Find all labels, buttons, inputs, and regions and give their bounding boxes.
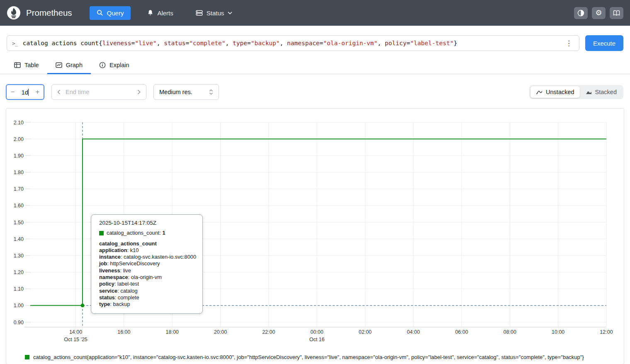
tooltip-label-row: service: catalog bbox=[99, 288, 197, 294]
unstacked-label: Unstacked bbox=[546, 89, 574, 95]
docs-button[interactable] bbox=[610, 7, 623, 19]
range-value[interactable]: 1d bbox=[19, 89, 32, 96]
tooltip-label-row: job: httpServiceDiscovery bbox=[99, 260, 197, 267]
svg-text:20:00: 20:00 bbox=[214, 329, 227, 335]
nav-query-button[interactable]: Query bbox=[90, 6, 131, 20]
svg-text:18:00: 18:00 bbox=[166, 329, 179, 335]
query-token: policy bbox=[385, 40, 406, 46]
stacked-button[interactable]: Stacked bbox=[580, 86, 622, 98]
svg-text:1.60: 1.60 bbox=[14, 203, 24, 209]
resolution-select[interactable]: Medium res. bbox=[153, 84, 219, 100]
query-row: >_ catalog_actions_count{liveness="live"… bbox=[7, 35, 623, 51]
chevron-left-icon[interactable] bbox=[57, 90, 61, 95]
query-token: "backup" bbox=[251, 40, 280, 46]
range-increase-button[interactable]: + bbox=[32, 88, 44, 96]
nav-items: Query Alerts Status bbox=[90, 6, 238, 20]
chevron-right-icon[interactable] bbox=[137, 90, 141, 95]
svg-text:1.10: 1.10 bbox=[14, 286, 24, 292]
query-token: = bbox=[406, 40, 410, 46]
query-token: liveness bbox=[102, 40, 131, 46]
end-time-input[interactable]: End time bbox=[51, 84, 146, 100]
execute-button[interactable]: Execute bbox=[585, 35, 623, 51]
svg-text:08:00: 08:00 bbox=[504, 329, 516, 335]
query-token: = bbox=[131, 40, 135, 46]
tooltip-label-row: application: k10 bbox=[99, 247, 197, 254]
stacking-toggle: Unstacked Stacked bbox=[529, 85, 623, 99]
line-chart-icon bbox=[536, 89, 542, 95]
query-token: type bbox=[233, 40, 247, 46]
prometheus-logo-icon bbox=[7, 6, 21, 20]
nav-alerts-button[interactable]: Alerts bbox=[141, 6, 179, 20]
tab-graph[interactable]: Graph bbox=[47, 58, 91, 74]
query-token: namespace bbox=[287, 40, 320, 46]
graph-controls: − 1d + End time Medium res. Unstacked S bbox=[6, 84, 623, 100]
svg-text:0.90: 0.90 bbox=[14, 320, 24, 325]
query-expression[interactable]: catalog_actions_count{liveness="live", s… bbox=[23, 40, 564, 46]
legend-text: catalog_actions_count{application="k10",… bbox=[33, 354, 584, 360]
svg-text:1.70: 1.70 bbox=[14, 186, 24, 192]
resolution-value: Medium res. bbox=[159, 89, 209, 95]
svg-text:1.90: 1.90 bbox=[14, 153, 24, 159]
updown-chevrons-icon bbox=[209, 89, 213, 95]
legend-item[interactable]: catalog_actions_count{application="k10",… bbox=[25, 354, 584, 360]
tooltip-label-row: liveness: live bbox=[99, 267, 197, 274]
svg-text:1.20: 1.20 bbox=[14, 269, 24, 275]
text-cursor bbox=[28, 89, 29, 96]
tooltip-label-row: type: backup bbox=[99, 301, 197, 308]
svg-text:14:00: 14:00 bbox=[69, 329, 82, 335]
panel-tabs: Table Graph Explain bbox=[0, 58, 630, 74]
chevron-down-icon bbox=[228, 12, 232, 15]
query-token: , bbox=[157, 40, 164, 46]
svg-text:1.40: 1.40 bbox=[14, 236, 24, 242]
app-title: Prometheus bbox=[26, 8, 72, 18]
query-token: = bbox=[186, 40, 190, 46]
tooltip-time: 2025-10-15T14:17:05Z bbox=[99, 220, 197, 226]
query-token: , bbox=[280, 40, 287, 46]
svg-text:1.00: 1.00 bbox=[14, 303, 24, 308]
query-input[interactable]: >_ catalog_actions_count{liveness="live"… bbox=[7, 35, 579, 51]
range-input[interactable]: − 1d + bbox=[6, 84, 44, 100]
terminal-prompt-icon: >_ bbox=[12, 40, 18, 46]
kebab-menu-icon[interactable]: ⋮ bbox=[564, 39, 574, 47]
range-decrease-button[interactable]: − bbox=[7, 88, 19, 96]
nav-status-button[interactable]: Status bbox=[190, 6, 238, 20]
svg-text:22:00: 22:00 bbox=[262, 329, 275, 335]
svg-text:1.50: 1.50 bbox=[14, 220, 24, 226]
settings-button[interactable]: ⚙ bbox=[592, 7, 606, 19]
theme-toggle-button[interactable] bbox=[574, 7, 588, 19]
svg-text:1.30: 1.30 bbox=[14, 253, 24, 259]
tab-explain-label: Explain bbox=[109, 62, 129, 68]
query-token: catalog_actions_count bbox=[23, 40, 99, 46]
svg-text:02:00: 02:00 bbox=[359, 329, 372, 335]
tooltip-series-text: catalog_actions_count: 1 bbox=[107, 230, 165, 236]
query-token: "complete" bbox=[189, 40, 225, 46]
tab-graph-label: Graph bbox=[66, 62, 83, 68]
query-token: "ola-origin-vm" bbox=[323, 40, 377, 46]
gear-icon: ⚙ bbox=[595, 9, 602, 17]
query-token: = bbox=[247, 40, 251, 46]
nav-icon-buttons: ⚙ bbox=[574, 7, 623, 19]
query-token: { bbox=[99, 40, 102, 46]
unstacked-button[interactable]: Unstacked bbox=[530, 86, 580, 98]
navbar: Prometheus Query Alerts Status bbox=[0, 0, 630, 26]
legend-swatch bbox=[25, 355, 29, 359]
tooltip-label-row: status: complete bbox=[99, 294, 197, 301]
query-token: status bbox=[164, 40, 185, 46]
svg-text:Oct 16: Oct 16 bbox=[309, 337, 325, 342]
series-swatch bbox=[99, 231, 104, 235]
table-icon bbox=[14, 62, 21, 68]
svg-text:Oct 15 '25: Oct 15 '25 bbox=[64, 337, 88, 342]
tooltip-label-row: policy: label-test bbox=[99, 281, 197, 287]
svg-text:2.10: 2.10 bbox=[14, 120, 24, 126]
tab-table-label: Table bbox=[24, 62, 39, 68]
tab-explain[interactable]: Explain bbox=[91, 58, 138, 74]
area-chart-icon bbox=[585, 89, 592, 95]
query-token: } bbox=[454, 40, 457, 46]
query-token: , bbox=[377, 40, 384, 46]
query-token: "label-test" bbox=[410, 40, 454, 46]
graph-icon bbox=[56, 62, 62, 68]
tooltip-labels: application: k10instance: catalog-svc.ka… bbox=[99, 247, 197, 308]
tab-table[interactable]: Table bbox=[6, 58, 47, 74]
svg-text:06:00: 06:00 bbox=[455, 329, 468, 335]
query-token: "live" bbox=[135, 40, 156, 46]
